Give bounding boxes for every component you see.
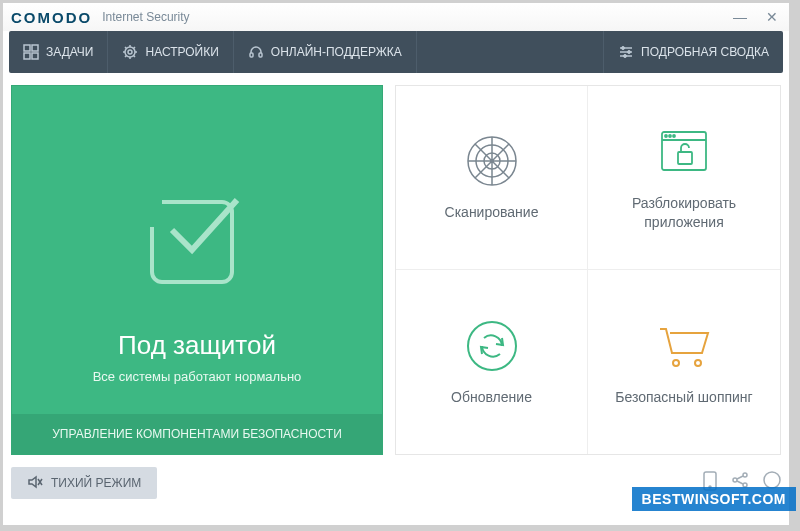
svg-rect-2 <box>24 53 30 59</box>
app-window: COMODO Internet Security — ✕ ЗАДАЧИ НАСТ… <box>3 3 789 525</box>
svg-rect-6 <box>250 53 253 57</box>
svg-point-21 <box>695 360 701 366</box>
app-logo: COMODO <box>11 9 92 26</box>
status-card: Под защитой Все системы работают нормаль… <box>11 85 383 455</box>
svg-rect-0 <box>24 45 30 51</box>
status-title: Под защитой <box>118 330 276 361</box>
headset-icon <box>248 44 264 60</box>
svg-point-27 <box>764 472 780 488</box>
toolbar-summary[interactable]: ПОДРОБНАЯ СВОДКА <box>603 31 783 73</box>
manage-security-label: УПРАВЛЕНИЕ КОМПОНЕНТАМИ БЕЗОПАСНОСТИ <box>52 427 342 441</box>
svg-rect-7 <box>259 53 262 57</box>
mute-icon <box>27 474 43 493</box>
tile-update-label: Обновление <box>451 388 532 406</box>
cart-icon <box>656 318 712 374</box>
svg-point-5 <box>128 50 132 54</box>
toolbar-tasks-label: ЗАДАЧИ <box>46 45 93 59</box>
minimize-button[interactable]: — <box>731 8 749 26</box>
svg-point-4 <box>125 47 135 57</box>
svg-point-8 <box>622 47 625 50</box>
svg-point-20 <box>673 360 679 366</box>
svg-point-9 <box>628 51 631 54</box>
close-button[interactable]: ✕ <box>763 8 781 26</box>
svg-point-15 <box>665 135 667 137</box>
svg-point-17 <box>673 135 675 137</box>
tasks-icon <box>23 44 39 60</box>
toolbar-support[interactable]: ОНЛАЙН-ПОДДЕРЖКА <box>234 31 417 73</box>
svg-rect-1 <box>32 45 38 51</box>
tile-shopping[interactable]: Безопасный шоппинг <box>588 270 780 454</box>
toolbar-summary-label: ПОДРОБНАЯ СВОДКА <box>641 45 769 59</box>
watermark: BESTWINSOFT.COM <box>632 487 796 511</box>
svg-point-10 <box>624 55 627 58</box>
status-subtitle: Все системы работают нормально <box>93 369 302 384</box>
titlebar: COMODO Internet Security — ✕ <box>3 3 789 31</box>
toolbar-settings-label: НАСТРОЙКИ <box>145 45 218 59</box>
tile-unblock-label: Разблокировать приложения <box>596 194 772 230</box>
tile-shopping-label: Безопасный шоппинг <box>615 388 752 406</box>
unlock-window-icon <box>656 124 712 180</box>
svg-rect-18 <box>678 152 692 164</box>
radar-icon <box>464 133 520 189</box>
gear-icon <box>122 44 138 60</box>
tiles-grid: Сканирование Разблокировать приложения <box>395 85 781 455</box>
product-name: Internet Security <box>102 10 189 24</box>
checkmark-icon <box>142 182 252 296</box>
silent-mode-label: ТИХИЙ РЕЖИМ <box>51 476 141 490</box>
svg-point-16 <box>669 135 671 137</box>
tile-scan[interactable]: Сканирование <box>396 86 588 270</box>
toolbar: ЗАДАЧИ НАСТРОЙКИ ОНЛАЙН-ПОДДЕРЖКА ПОДРОБ… <box>9 31 783 73</box>
refresh-icon <box>464 318 520 374</box>
window-controls: — ✕ <box>731 8 781 26</box>
tile-unblock[interactable]: Разблокировать приложения <box>588 86 780 270</box>
tile-update[interactable]: Обновление <box>396 270 588 454</box>
content-area: Под защитой Все системы работают нормаль… <box>3 73 789 463</box>
tile-scan-label: Сканирование <box>445 203 539 221</box>
svg-point-19 <box>468 322 516 370</box>
toolbar-settings[interactable]: НАСТРОЙКИ <box>108 31 233 73</box>
svg-rect-3 <box>32 53 38 59</box>
toolbar-support-label: ОНЛАЙН-ПОДДЕРЖКА <box>271 45 402 59</box>
silent-mode-button[interactable]: ТИХИЙ РЕЖИМ <box>11 467 157 499</box>
sliders-icon <box>618 44 634 60</box>
toolbar-tasks[interactable]: ЗАДАЧИ <box>9 31 108 73</box>
manage-security-button[interactable]: УПРАВЛЕНИЕ КОМПОНЕНТАМИ БЕЗОПАСНОСТИ <box>12 414 382 454</box>
svg-point-25 <box>743 473 747 477</box>
svg-point-24 <box>733 478 737 482</box>
